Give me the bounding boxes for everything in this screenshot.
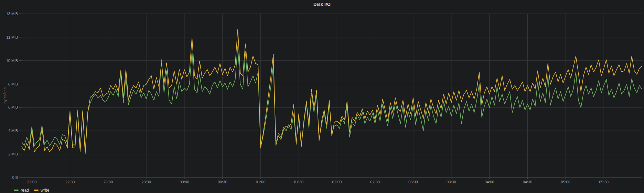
x-tick-label: 03:30: [447, 180, 456, 184]
x-tick-label: 02:30: [370, 180, 380, 184]
x-tick-label: 04:30: [523, 180, 533, 184]
x-tick-label: 05:00: [561, 180, 571, 184]
y-tick-label: 10 MiB: [6, 59, 18, 63]
x-tick-label: 00:00: [180, 180, 189, 184]
x-tick-label: 01:00: [256, 180, 266, 184]
legend-label-read: read: [21, 188, 29, 192]
y-tick-label: 6 MiB: [8, 105, 18, 109]
series-lines: [22, 29, 642, 154]
y-tick-label: 13 MiB: [6, 12, 18, 16]
x-tick-label: 01:30: [294, 180, 304, 184]
legend-item-write[interactable]: write: [34, 188, 49, 192]
y-tick-label: 2 MiB: [8, 152, 18, 156]
x-tick-label: 02:00: [332, 180, 342, 184]
x-tick-label: 00:30: [218, 180, 227, 184]
y-tick-label: 0 B: [12, 175, 18, 180]
x-tick-label: 03:00: [408, 180, 418, 184]
axis-ticks: [19, 14, 604, 179]
disk-io-panel: Disk I/O bytes/sec 0 B2 MiB4 MiB6 MiB8 M…: [0, 0, 644, 193]
y-tick-label: 8 MiB: [8, 82, 18, 86]
read-series-swatch-icon: [14, 190, 19, 191]
axis-tick-labels: 0 B2 MiB4 MiB6 MiB8 MiB10 MiB11 MiB13 Mi…: [6, 12, 609, 184]
legend-label-write: write: [41, 188, 49, 192]
x-tick-label: 22:00: [27, 180, 37, 184]
x-tick-label: 23:30: [141, 180, 151, 184]
y-tick-label: 11 MiB: [7, 35, 18, 39]
legend-item-read[interactable]: read: [14, 188, 29, 192]
legend: read write: [14, 188, 49, 192]
write-series-swatch-icon: [34, 190, 39, 191]
chart-canvas[interactable]: 0 B2 MiB4 MiB6 MiB8 MiB10 MiB11 MiB13 Mi…: [0, 0, 644, 193]
x-tick-label: 04:00: [485, 180, 494, 184]
x-tick-label: 22:30: [65, 180, 75, 184]
y-axis-unit-label: bytes/sec: [3, 88, 7, 103]
panel-title[interactable]: Disk I/O: [0, 2, 644, 7]
x-tick-label: 23:00: [103, 180, 113, 184]
y-tick-label: 4 MiB: [8, 129, 18, 133]
gridlines: [22, 14, 642, 177]
x-tick-label: 05:30: [599, 180, 609, 184]
